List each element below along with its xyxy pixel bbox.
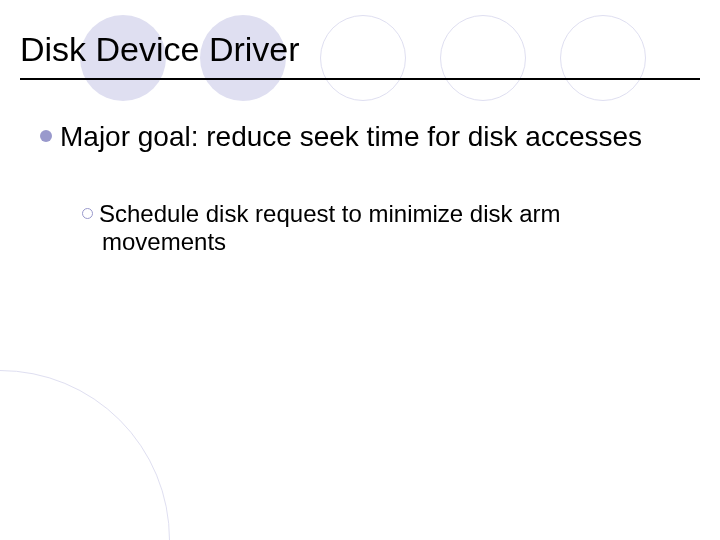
bg-circle-5 (560, 15, 646, 101)
bullet-level2-text: Schedule disk request to minimize disk a… (99, 200, 561, 255)
circle-bullet-icon (82, 208, 93, 219)
bg-circle-3 (320, 15, 406, 101)
bg-circle-4 (440, 15, 526, 101)
title-underline (20, 78, 700, 80)
disc-bullet-icon (40, 130, 52, 142)
bullet-level2: Schedule disk request to minimize disk a… (82, 200, 672, 257)
bullet-level1-text: Major goal: reduce seek time for disk ac… (60, 121, 642, 152)
bg-corner-arc (0, 370, 170, 540)
slide-title: Disk Device Driver (20, 30, 300, 69)
bullet-level1: Major goal: reduce seek time for disk ac… (40, 120, 680, 153)
